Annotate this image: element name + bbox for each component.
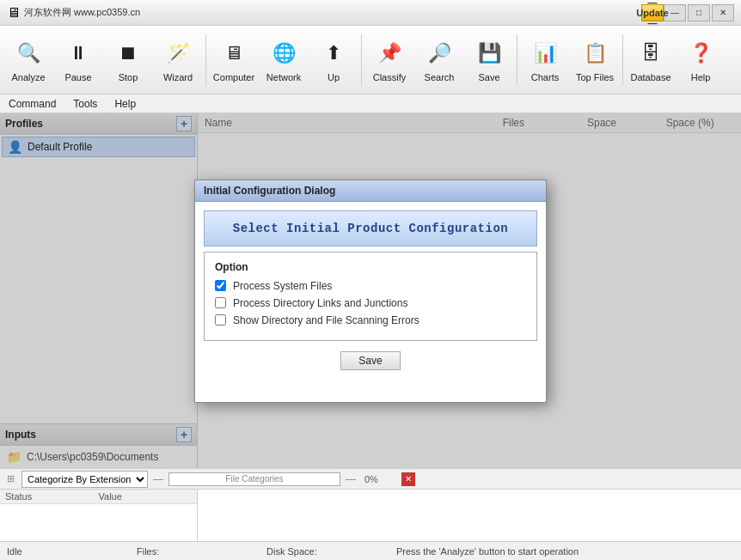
menu-item-tools[interactable]: Tools — [68, 97, 102, 111]
initial-config-dialog: Initial Configuration Dialog Select Init… — [194, 180, 547, 403]
toolbar-label-topfiles: Top Files — [576, 72, 614, 82]
up-icon: ⬆ — [318, 38, 349, 69]
stop-icon: ⏹ — [113, 38, 144, 69]
analyze-icon: 🔍 — [13, 38, 44, 69]
option-checkbox-3[interactable] — [215, 314, 226, 326]
toolbar-btn-computer[interactable]: 🖥Computer — [209, 31, 259, 89]
dialog-save-button[interactable]: Save — [340, 351, 400, 370]
toolbar-btn-network[interactable]: 🌐Network — [259, 31, 309, 89]
toolbar-label-analyze: Analyze — [11, 72, 45, 82]
dialog-titlebar: Initial Configuration Dialog — [195, 180, 546, 202]
toolbar-label-network: Network — [266, 72, 301, 82]
progress-percent: 0% — [364, 474, 395, 484]
close-button[interactable]: ✕ — [712, 4, 734, 21]
title-logo: 🖥 河东软件网 www.pc0359.cn — [7, 5, 664, 21]
toolbar-label-charts: Charts — [531, 72, 559, 82]
menu-item-command[interactable]: Command — [3, 97, 61, 111]
sep-after-wizard — [205, 34, 206, 86]
toolbar-label-database: Database — [630, 72, 671, 82]
option-label-1: Process System Files — [233, 280, 332, 292]
categorize-select[interactable]: Categorize By Extension — [21, 471, 148, 488]
toolbar-btn-database[interactable]: 🗄Database — [626, 31, 676, 89]
toolbar-btn-stop[interactable]: ⏹Stop — [103, 31, 153, 89]
separator-1: — — [153, 473, 163, 485]
option-row-2[interactable]: Process Directory Links and Junctions — [215, 297, 526, 309]
bottom-toolbar: ⊞ Categorize By Extension — File Categor… — [0, 468, 741, 489]
sep-after-topfiles — [622, 34, 623, 86]
toolbar-label-classify: Classify — [373, 72, 407, 82]
toolbar-btn-save[interactable]: 💾Save — [464, 31, 514, 89]
lower-panel: Status Value — [0, 489, 741, 541]
status-panel: Status Value — [0, 490, 198, 541]
option-label-3: Show Directory and File Scanning Errors — [233, 314, 419, 326]
option-checkbox-1[interactable] — [215, 280, 226, 291]
toolbar-label-pause: Pause — [64, 72, 91, 82]
menu-item-help[interactable]: Help — [109, 97, 141, 111]
grid-icon: ⊞ — [3, 473, 18, 484]
option-row-1[interactable]: Process System Files — [215, 280, 526, 292]
topfiles-icon: 📋 — [579, 38, 610, 69]
toolbar-btn-wizard[interactable]: 🪄Wizard — [153, 31, 203, 89]
status-message: Press the 'Analyze' button to start oper… — [396, 546, 734, 557]
dialog-header-box: Select Initial Product Configuration — [204, 210, 537, 247]
search-icon: 🔎 — [424, 38, 455, 69]
bottom-close-button[interactable]: ✕ — [401, 472, 415, 486]
title-bar: 🖥 河东软件网 www.pc0359.cn — Update — — □ ✕ — [0, 0, 741, 26]
value-col-label: Value — [99, 491, 193, 502]
network-icon: 🌐 — [268, 38, 299, 69]
toolbar-btn-pause[interactable]: ⏸Pause — [53, 31, 103, 89]
window-controls: — □ ✕ — [664, 4, 734, 21]
toolbar-btn-analyze[interactable]: 🔍Analyze — [3, 31, 53, 89]
dialog-title-text: Initial Configuration Dialog — [204, 185, 335, 197]
status-header-row: Status Value — [0, 490, 197, 504]
option-checkbox-2[interactable] — [215, 297, 226, 308]
toolbar-label-help: Help — [691, 72, 711, 82]
menubar: CommandToolsHelp — [0, 94, 741, 113]
status-col-label: Status — [5, 491, 99, 502]
update-button[interactable]: — Update — — [641, 4, 664, 21]
toolbar-btn-classify[interactable]: 📌Classify — [364, 31, 414, 89]
toolbar-label-up: Up — [328, 72, 340, 82]
app-logo: 🖥 — [7, 5, 21, 21]
file-categories-bar: File Categories — [168, 472, 340, 486]
toolbar-btn-search[interactable]: 🔎Search — [414, 31, 464, 89]
sep-after-save — [517, 34, 517, 86]
dialog-options-box: Option Process System Files Process Dire… — [204, 252, 537, 341]
title-text: 河东软件网 www.pc0359.cn — [24, 6, 140, 19]
maximize-button[interactable]: □ — [688, 4, 710, 21]
options-title: Option — [215, 261, 526, 273]
pause-icon: ⏸ — [63, 38, 94, 69]
status-diskspace: Disk Space: — [266, 546, 379, 557]
toolbar-label-wizard: Wizard — [163, 72, 193, 82]
toolbar: 🔍Analyze⏸Pause⏹Stop🪄Wizard🖥Computer🌐Netw… — [0, 26, 741, 94]
help-icon: ❓ — [685, 38, 716, 69]
computer-icon: 🖥 — [218, 38, 249, 69]
charts-icon: 📊 — [530, 38, 560, 69]
save-icon: 💾 — [474, 38, 505, 69]
toolbar-btn-charts[interactable]: 📊Charts — [520, 31, 570, 89]
dialog-overlay: Initial Configuration Dialog Select Init… — [0, 113, 741, 468]
wizard-icon: 🪄 — [162, 38, 193, 69]
toolbar-label-search: Search — [425, 72, 455, 82]
database-icon: 🗄 — [635, 38, 666, 69]
dialog-footer: Save — [195, 341, 546, 380]
sep-after-up — [361, 34, 362, 86]
separator-2: — — [346, 473, 356, 485]
classify-icon: 📌 — [374, 38, 405, 69]
toolbar-btn-topfiles[interactable]: 📋Top Files — [570, 31, 620, 89]
toolbar-label-computer: Computer — [213, 72, 254, 82]
toolbar-label-stop: Stop — [119, 72, 138, 82]
statusbar: Idle Files: Disk Space: Press the 'Analy… — [0, 541, 741, 560]
status-files: Files: — [137, 546, 249, 557]
option-label-2: Process Directory Links and Junctions — [233, 297, 407, 309]
status-idle: Idle — [7, 546, 119, 557]
toolbar-label-save: Save — [478, 72, 499, 82]
option-row-3[interactable]: Show Directory and File Scanning Errors — [215, 314, 526, 326]
toolbar-btn-up[interactable]: ⬆Up — [309, 31, 358, 89]
toolbar-btn-help[interactable]: ❓Help — [676, 31, 726, 89]
